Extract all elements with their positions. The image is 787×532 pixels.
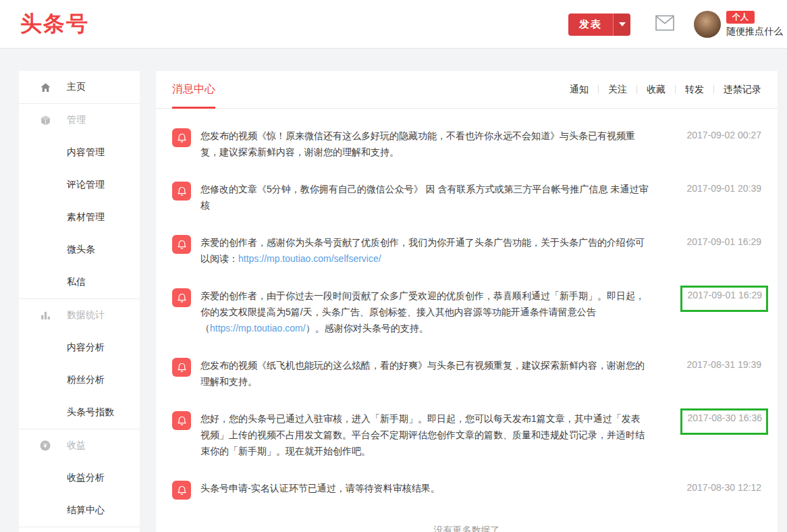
message-row: 您发布的视频《惊！原来微信还有这么多好玩的隐藏功能，不看也许你永远不会知道》与头…: [172, 128, 761, 160]
sidebar-item-label: 结算中心: [67, 504, 105, 516]
message-text: 您修改的文章《5分钟，教你拥有自己的微信公众号》 因 含有联系方式或第三方平台帐…: [200, 181, 649, 213]
sidebar-item-label: 内容分析: [67, 342, 105, 354]
message-tabbar: 消息中心 通知关注收藏转发违禁记录: [156, 71, 778, 109]
bell-icon: [172, 288, 191, 307]
bell-icon: [172, 182, 191, 201]
sidebar-item-fans-analysis[interactable]: 粉丝分析: [19, 364, 140, 396]
message-center-panel: 消息中心 通知关注收藏转发违禁记录 您发布的视频《惊！原来微信还有这么多好玩的隐…: [156, 71, 778, 532]
highlight-box: 2017-09-01 16:29: [680, 286, 768, 312]
home-icon: [39, 81, 51, 93]
app-logo: 头条号: [20, 9, 89, 39]
sidebar-item-label: 头条号指数: [67, 406, 114, 419]
app-header: 头条号 发表 个人 随便推点什么: [0, 0, 787, 49]
bar-chart-icon: [39, 309, 51, 321]
sidebar-item-label: 粉丝分析: [67, 374, 105, 386]
cube-icon: [39, 114, 51, 126]
message-timestamp: 2017-08-30 16:36: [661, 413, 761, 435]
sidebar-item-home[interactable]: 主页: [19, 71, 140, 103]
mail-icon: [655, 15, 675, 34]
caret-down-icon: [619, 22, 626, 26]
bell-icon: [172, 235, 191, 254]
yen-coin-icon: ¥: [39, 440, 51, 452]
filter-link-2[interactable]: 收藏: [637, 84, 675, 96]
message-text-part: 您发布的视频《惊！原来微信还有这么多好玩的隐藏功能，不看也许你永远不会知道》与头…: [200, 130, 635, 157]
message-row: 头条号申请-实名认证环节已通过，请等待资料审核结果。2017-08-30 12:…: [172, 480, 761, 500]
highlight-box: 2017-08-30 16:36: [680, 408, 768, 435]
message-timestamp: 2017-09-01 16:29: [661, 236, 761, 247]
message-list: 您发布的视频《惊！原来微信还有这么多好玩的隐藏功能，不看也许你永远不会知道》与头…: [156, 109, 778, 500]
sidebar-item-toutiao-index[interactable]: 头条号指数: [19, 396, 140, 429]
filter-link-1[interactable]: 关注: [599, 84, 636, 96]
message-text-part: 头条号申请-实名认证环节已通过，请等待资料审核结果。: [200, 483, 440, 494]
tab-message-center[interactable]: 消息中心: [172, 71, 215, 109]
no-more-data-text: 没有更多数据了: [156, 521, 778, 532]
sidebar-item-weitoutiao[interactable]: 微头条: [19, 234, 140, 266]
message-link[interactable]: https://mp.toutiao.com/: [210, 323, 306, 334]
message-text-part: 您好，您的头条号已通过入驻审核，进入「新手期」。即日起，您可以每天发布1篇文章，…: [200, 413, 645, 456]
message-text: 头条号申请-实名认证环节已通过，请等待资料审核结果。: [200, 480, 649, 496]
sidebar-item-data-stats: 数据统计: [19, 299, 140, 331]
publish-dropdown-toggle[interactable]: [613, 14, 630, 36]
sidebar-item-content-manage[interactable]: 内容管理: [19, 136, 140, 169]
bell-icon: [172, 411, 191, 430]
avatar[interactable]: [694, 11, 721, 38]
message-text: 亲爱的创作者，由于你过去一段时间贡献了众多广受欢迎的优质创作，恭喜顺利通过「新手…: [200, 288, 649, 336]
sidebar-item-label: 数据统计: [67, 309, 105, 321]
sidebar-item-label: 管理: [67, 114, 86, 126]
sidebar-item-revenue: ¥收益: [19, 429, 140, 462]
filter-link-3[interactable]: 转发: [676, 84, 713, 96]
message-row: 您好，您的头条号已通过入驻审核，进入「新手期」。即日起，您可以每天发布1篇文章，…: [172, 410, 761, 459]
bell-icon: [172, 128, 191, 147]
message-row: 您修改的文章《5分钟，教你拥有自己的微信公众号》 因 含有联系方式或第三方平台帐…: [172, 181, 761, 213]
message-row: 您发布的视频《纸飞机也能玩的这么炫酷，看的好爽》与头条已有视频重复，建议探索新鲜…: [172, 357, 761, 390]
sidebar-item-settlement[interactable]: 结算中心: [19, 494, 140, 527]
sidebar-item-label: 私信: [67, 276, 86, 288]
sidebar-item-manage: 管理: [19, 104, 140, 136]
message-link[interactable]: https://mp.toutiao.com/selfservice/: [238, 253, 381, 264]
message-text-part: ）。感谢你对头条号的支持。: [306, 323, 429, 334]
bell-icon: [172, 358, 191, 377]
user-block[interactable]: 个人 随便推点什么: [726, 11, 783, 38]
sidebar-item-label: 评论管理: [67, 179, 105, 191]
message-text-part: 您发布的视频《纸飞机也能玩的这么炫酷，看的好爽》与头条已有视频重复，建议探索新鲜…: [200, 360, 645, 387]
account-type-badge: 个人: [726, 11, 755, 24]
sidebar-item-content-analysis[interactable]: 内容分析: [19, 331, 140, 364]
sidebar-divider: [19, 527, 140, 527]
message-timestamp: 2017-09-01 16:29: [661, 290, 761, 312]
message-text-part: 您修改的文章《5分钟，教你拥有自己的微信公众号》 因 含有联系方式或第三方平台帐…: [200, 184, 648, 211]
message-timestamp: 2017-09-02 00:27: [661, 130, 761, 140]
sidebar-item-comment-manage[interactable]: 评论管理: [19, 169, 140, 201]
user-name: 随便推点什么: [726, 26, 783, 38]
filter-link-4[interactable]: 违禁记录: [714, 84, 761, 96]
message-timestamp: 2017-08-30 12:12: [661, 482, 761, 493]
sidebar-item-revenue-analysis[interactable]: 收益分析: [19, 462, 140, 494]
publish-button[interactable]: 发表: [568, 14, 630, 36]
publish-button-label[interactable]: 发表: [568, 14, 613, 36]
sidebar-item-label: 收益分析: [67, 472, 105, 484]
message-timestamp: 2017-08-31 19:39: [661, 359, 761, 370]
sidebar-item-private-msg[interactable]: 私信: [19, 266, 140, 298]
message-text: 亲爱的创作者，感谢你为头条号贡献了优质创作，我们为你开通了头条广告功能，关于头条…: [200, 234, 649, 267]
message-timestamp: 2017-09-01 20:39: [661, 183, 761, 194]
svg-text:¥: ¥: [43, 442, 47, 449]
sidebar-item-label: 微头条: [67, 244, 95, 256]
sidebar-item-material-manage[interactable]: 素材管理: [19, 201, 140, 234]
filter-link-0[interactable]: 通知: [560, 84, 598, 96]
message-text: 您好，您的头条号已通过入驻审核，进入「新手期」。即日起，您可以每天发布1篇文章，…: [200, 410, 649, 459]
message-row: 亲爱的创作者，由于你过去一段时间贡献了众多广受欢迎的优质创作，恭喜顺利通过「新手…: [172, 288, 761, 336]
message-filters: 通知关注收藏转发违禁记录: [560, 84, 761, 96]
message-row: 亲爱的创作者，感谢你为头条号贡献了优质创作，我们为你开通了头条广告功能，关于头条…: [172, 234, 761, 267]
message-text: 您发布的视频《纸飞机也能玩的这么炫酷，看的好爽》与头条已有视频重复，建议探索新鲜…: [200, 357, 649, 390]
sidebar-nav: 主页管理内容管理评论管理素材管理微头条私信数据统计内容分析粉丝分析头条号指数¥收…: [19, 71, 140, 532]
sidebar-item-label: 主页: [67, 81, 86, 93]
mail-button[interactable]: [655, 15, 675, 34]
sidebar-item-label: 收益: [67, 440, 86, 452]
sidebar-item-label: 素材管理: [67, 211, 105, 223]
message-text: 您发布的视频《惊！原来微信还有这么多好玩的隐藏功能，不看也许你永远不会知道》与头…: [200, 128, 649, 160]
sidebar-item-label: 内容管理: [67, 147, 105, 159]
bell-icon: [172, 481, 191, 500]
header-right: 发表 个人 随便推点什么: [568, 0, 787, 49]
